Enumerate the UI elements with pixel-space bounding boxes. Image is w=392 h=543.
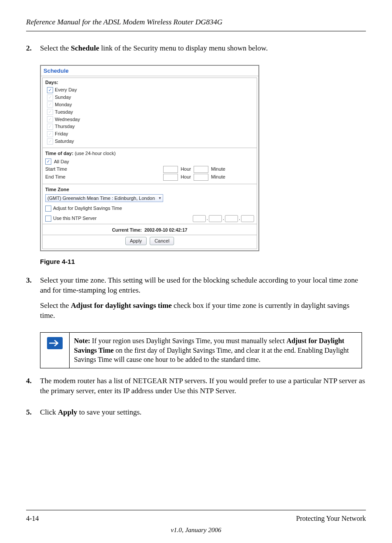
- minute-label: Minute: [211, 166, 225, 172]
- days-heading: Days:: [43, 78, 257, 86]
- step-body: Select the Schedule link of the Security…: [40, 44, 366, 59]
- checkbox-saturday[interactable]: ✓: [47, 138, 53, 145]
- checkbox-adjust-dst[interactable]: [45, 206, 51, 212]
- text: link of the Security menu to display men…: [99, 44, 268, 52]
- checkbox-allday[interactable]: ✓: [45, 159, 51, 165]
- end-minute-input[interactable]: [194, 174, 208, 181]
- timeofday-heading: Time of day: (use 24-hour clock): [43, 149, 257, 157]
- allday-label: All Day: [54, 159, 69, 165]
- day-label: Thursday: [55, 123, 75, 130]
- text: Select the: [40, 301, 71, 310]
- cancel-button[interactable]: Cancel: [150, 237, 174, 245]
- end-hour-input[interactable]: [163, 174, 178, 181]
- current-time: Current Time: 2002-09-10 02:42:17: [43, 224, 257, 235]
- step-number: 5.: [26, 408, 40, 423]
- paragraph: Select your time zone. This setting will…: [40, 276, 366, 296]
- tod-sub: (use 24-hour clock): [74, 151, 116, 156]
- step-body: Click Apply to save your settings.: [40, 408, 366, 423]
- text: If your region uses Daylight Savings Tim…: [90, 337, 286, 344]
- step-body: The modem router has a list of NETGEAR N…: [40, 376, 366, 401]
- page-number: 4-14: [26, 514, 39, 523]
- arrow-right-icon: [47, 337, 63, 349]
- minute-label: Minute: [211, 174, 225, 180]
- timezone-heading: Time Zone: [43, 185, 257, 193]
- step-number: 3.: [26, 276, 40, 326]
- note-label: Note:: [74, 337, 90, 344]
- checkbox-wednesday[interactable]: ✓: [47, 116, 53, 122]
- hour-label: Hour: [181, 174, 191, 180]
- checkbox-everyday[interactable]: ✓: [47, 87, 53, 93]
- text: on the first day of Daylight Savings Tim…: [74, 347, 349, 364]
- step-body: Select your time zone. This setting will…: [40, 276, 366, 326]
- day-label: Monday: [55, 101, 72, 108]
- checkbox-monday[interactable]: ✓: [47, 101, 53, 108]
- text: Click: [40, 408, 58, 416]
- page-header: Reference Manual for the ADSL Modem Wire…: [26, 17, 366, 31]
- day-label: Tuesday: [55, 109, 73, 115]
- day-label: Wednesday: [55, 116, 80, 123]
- dialog-title: Schedule: [41, 66, 258, 77]
- bold-adjust-dst: Adjust for daylight savings time: [71, 301, 172, 310]
- text: to save your settings.: [77, 408, 142, 416]
- checkbox-friday[interactable]: ✓: [47, 131, 53, 137]
- figure-caption: Figure 4-11: [40, 257, 366, 266]
- days-list: ✓Every Day ✓Sunday ✓Monday ✓Tuesday ✓Wed…: [43, 86, 257, 147]
- start-hour-input[interactable]: [163, 166, 178, 173]
- ntp-ip-input[interactable]: ...: [193, 215, 254, 222]
- adjust-dst-label: Adjust for Daylight Savings Time: [53, 205, 122, 212]
- step-4: 4. The modem router has a list of NETGEA…: [26, 376, 366, 401]
- step-number: 2.: [26, 44, 40, 59]
- start-time-label: Start Time: [45, 166, 89, 172]
- checkbox-thursday[interactable]: ✓: [47, 124, 53, 130]
- figure-screenshot: Schedule Days: ✓Every Day ✓Sunday ✓Monda…: [40, 65, 366, 251]
- timezone-select[interactable]: (GMT) Greenwich Mean Time : Edinburgh, L…: [45, 194, 163, 202]
- tod-label: Time of day:: [45, 151, 74, 156]
- step-2: 2. Select the Schedule link of the Secur…: [26, 44, 366, 59]
- paragraph: The modem router has a list of NETGEAR N…: [40, 376, 366, 396]
- note-text: Note: If your region uses Daylight Savin…: [70, 333, 362, 368]
- footer-version: v1.0, January 2006: [26, 526, 366, 534]
- checkbox-use-ntp[interactable]: [45, 216, 51, 222]
- end-time-label: End Time: [45, 174, 89, 180]
- checkbox-tuesday[interactable]: ✓: [47, 109, 53, 115]
- current-time-value: 2002-09-10 02:42:17: [144, 227, 188, 233]
- checkbox-sunday[interactable]: ✓: [47, 94, 53, 101]
- day-label: Every Day: [55, 87, 77, 93]
- start-minute-input[interactable]: [194, 166, 208, 173]
- step-number: 4.: [26, 376, 40, 401]
- step-3: 3. Select your time zone. This setting w…: [26, 276, 366, 326]
- day-label: Saturday: [55, 138, 74, 145]
- text: Select the: [40, 44, 71, 52]
- apply-button[interactable]: Apply: [125, 237, 147, 245]
- hour-label: Hour: [181, 166, 191, 172]
- step-5: 5. Click Apply to save your settings.: [26, 408, 366, 423]
- bold-schedule: Schedule: [71, 44, 99, 52]
- bold-apply: Apply: [58, 408, 77, 416]
- page-footer: 4-14 Protecting Your Network: [26, 510, 366, 523]
- note-box: Note: If your region uses Daylight Savin…: [40, 332, 362, 368]
- current-time-label: Current Time:: [112, 227, 142, 233]
- schedule-dialog: Schedule Days: ✓Every Day ✓Sunday ✓Monda…: [40, 65, 259, 251]
- day-label: Sunday: [55, 94, 71, 101]
- header-title: Reference Manual for the ADSL Modem Wire…: [26, 18, 222, 26]
- note-icon-cell: [40, 333, 70, 368]
- section-title: Protecting Your Network: [296, 514, 366, 523]
- use-ntp-label: Use this NTP Server: [53, 215, 97, 222]
- day-label: Friday: [55, 131, 68, 137]
